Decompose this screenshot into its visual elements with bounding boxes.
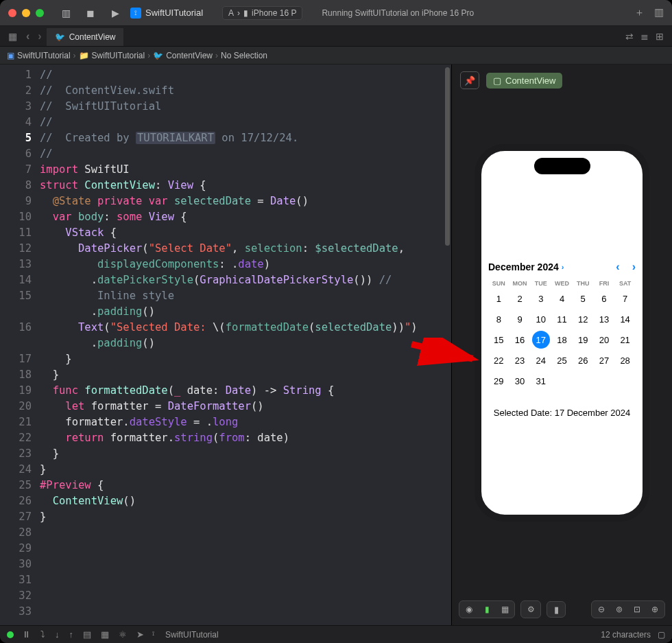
- calendar-day: [594, 372, 615, 390]
- add-tab-icon[interactable]: ＋: [634, 6, 645, 19]
- calendar-day[interactable]: 23: [509, 351, 531, 369]
- calendar-day[interactable]: 21: [614, 331, 636, 349]
- status-project[interactable]: ⟟ SwiftUITutorial: [152, 630, 219, 640]
- preview-device-icon[interactable]: ▮: [547, 601, 566, 618]
- calendar-day[interactable]: 17: [532, 331, 550, 349]
- calendar-prev-icon[interactable]: ‹: [616, 261, 619, 273]
- calendar-dow: THU: [573, 280, 594, 287]
- scheme-device: iPhone 16 P: [252, 8, 296, 18]
- pin-icon[interactable]: 📌: [460, 71, 479, 89]
- zoom-in-icon[interactable]: ⊕: [647, 603, 663, 616]
- breadcrumb[interactable]: ▣ SwiftUITutorial › 📁 SwiftUITutorial › …: [0, 47, 672, 65]
- calendar-day[interactable]: 15: [488, 331, 509, 349]
- variants-icon[interactable]: ▦: [496, 603, 513, 616]
- calendar-day[interactable]: 3: [530, 290, 551, 307]
- calendar-day[interactable]: 18: [551, 331, 573, 349]
- close-window-icon[interactable]: [8, 9, 16, 17]
- crumb-root[interactable]: SwiftUITutorial: [17, 51, 71, 60]
- calendar-day[interactable]: 26: [573, 351, 594, 369]
- chevron-right-icon: ›: [562, 263, 564, 271]
- calendar-dow: TUE: [530, 280, 551, 287]
- calendar-day[interactable]: 16: [509, 331, 531, 349]
- crumb-folder[interactable]: SwiftUITutorial: [92, 51, 145, 60]
- line-gutter: 123456789101112131415 16 171819202122232…: [0, 65, 40, 625]
- calendar-day[interactable]: 1: [488, 290, 509, 307]
- calendar-day[interactable]: 28: [614, 351, 636, 369]
- project-title[interactable]: ⟟ SwiftUITutorial: [130, 8, 203, 19]
- status-project-name: SwiftUITutorial: [165, 630, 219, 640]
- run-button[interactable]: ▶: [106, 3, 125, 23]
- code-editor[interactable]: 123456789101112131415 16 171819202122232…: [0, 65, 451, 625]
- zoom-actual-icon[interactable]: ⊚: [611, 603, 627, 616]
- calendar-dow: SAT: [614, 280, 636, 287]
- toggle-navigator-icon[interactable]: ▥: [56, 3, 75, 23]
- memory-graph-icon[interactable]: ▦: [101, 629, 109, 640]
- back-icon[interactable]: ‹: [23, 30, 33, 43]
- preview-chip[interactable]: ▢ ContentView: [486, 73, 562, 89]
- calendar-day[interactable]: 31: [530, 372, 551, 390]
- calendar-day[interactable]: 6: [594, 290, 615, 307]
- zoom-fit-icon[interactable]: ⊡: [629, 603, 645, 616]
- calendar-day[interactable]: 4: [551, 290, 573, 307]
- calendar-day[interactable]: 11: [551, 310, 573, 328]
- calendar-day[interactable]: 30: [509, 372, 531, 390]
- code-content[interactable]: //// ContentView.swift// SwiftUITutorial…: [40, 65, 418, 625]
- calendar-day[interactable]: 2: [509, 290, 531, 307]
- zoom-out-icon[interactable]: ⊖: [593, 603, 610, 616]
- step-into-icon[interactable]: ↓: [55, 629, 60, 640]
- simulate-location-icon[interactable]: ➤: [136, 629, 144, 640]
- calendar-day[interactable]: 19: [573, 331, 594, 349]
- calendar-day[interactable]: 7: [614, 290, 636, 307]
- adjust-editor-icon[interactable]: ≣: [640, 31, 649, 42]
- phone-preview-wrap: December 2024 › ‹ › SUNMONTUEWEDTHUFRISA…: [452, 96, 672, 596]
- live-preview-icon[interactable]: ◉: [461, 603, 477, 616]
- calendar-day[interactable]: 25: [551, 351, 573, 369]
- environment-icon[interactable]: ⚛: [119, 629, 127, 640]
- stop-button[interactable]: ◼: [81, 3, 100, 23]
- calendar-day[interactable]: 12: [573, 310, 594, 328]
- toggle-inspector-icon[interactable]: ▥: [654, 6, 664, 19]
- calendar-day[interactable]: 10: [530, 310, 551, 328]
- device-icon: ▮: [243, 8, 248, 18]
- add-editor-icon[interactable]: ⊞: [656, 31, 664, 42]
- calendar-day: [614, 372, 636, 390]
- calendar-month[interactable]: December 2024 ›: [488, 261, 564, 272]
- calendar-day[interactable]: 20: [594, 331, 615, 349]
- main-area: 123456789101112131415 16 171819202122232…: [0, 65, 672, 625]
- traffic-lights: [8, 9, 44, 17]
- crumb-selection[interactable]: No Selection: [221, 51, 267, 60]
- sync-icon[interactable]: ⇄: [625, 31, 634, 42]
- chevron-right-icon: ›: [73, 51, 76, 60]
- tab-contentview[interactable]: 🐦 ContentView: [47, 28, 124, 46]
- device-settings-icon[interactable]: ⚙: [523, 603, 539, 616]
- calendar-day[interactable]: 13: [594, 310, 615, 328]
- preview-bottom-toolbar: ◉ ▮ ▦ ⚙ ▮ ⊖ ⊚ ⊡ ⊕: [452, 596, 672, 625]
- folder-icon: 📁: [79, 51, 89, 60]
- calendar-day[interactable]: 24: [530, 351, 551, 369]
- minimize-window-icon[interactable]: [22, 9, 30, 17]
- calendar-day[interactable]: 9: [509, 310, 531, 328]
- project-name: SwiftUITutorial: [145, 8, 203, 18]
- calendar-day[interactable]: 27: [594, 351, 615, 369]
- scheme-selector[interactable]: A › ▮ iPhone 16 P: [222, 6, 302, 20]
- calendar-day: [573, 372, 594, 390]
- calendar-day[interactable]: 22: [488, 351, 509, 369]
- toggle-debug-area-icon[interactable]: ▢: [658, 630, 665, 640]
- pause-icon[interactable]: ⏸: [22, 629, 31, 640]
- calendar-day[interactable]: 29: [488, 372, 509, 390]
- forward-icon[interactable]: ›: [34, 30, 45, 43]
- selectable-preview-icon[interactable]: ▮: [479, 603, 495, 616]
- calendar-day[interactable]: 8: [488, 310, 509, 328]
- chevron-right-icon: ›: [237, 8, 240, 18]
- crumb-file[interactable]: ContentView: [166, 51, 213, 60]
- zoom-window-icon[interactable]: [36, 9, 44, 17]
- calendar-next-icon[interactable]: ›: [632, 261, 636, 273]
- step-over-icon[interactable]: ⤵: [40, 629, 45, 640]
- calendar-day[interactable]: 14: [614, 310, 636, 328]
- related-items-icon[interactable]: ▦: [4, 31, 21, 42]
- step-out-icon[interactable]: ↑: [69, 629, 74, 640]
- editor-scrollbar[interactable]: [445, 67, 450, 246]
- calendar-dow: WED: [551, 280, 573, 287]
- calendar-day[interactable]: 5: [573, 290, 594, 307]
- debug-view-icon[interactable]: ▤: [83, 629, 91, 640]
